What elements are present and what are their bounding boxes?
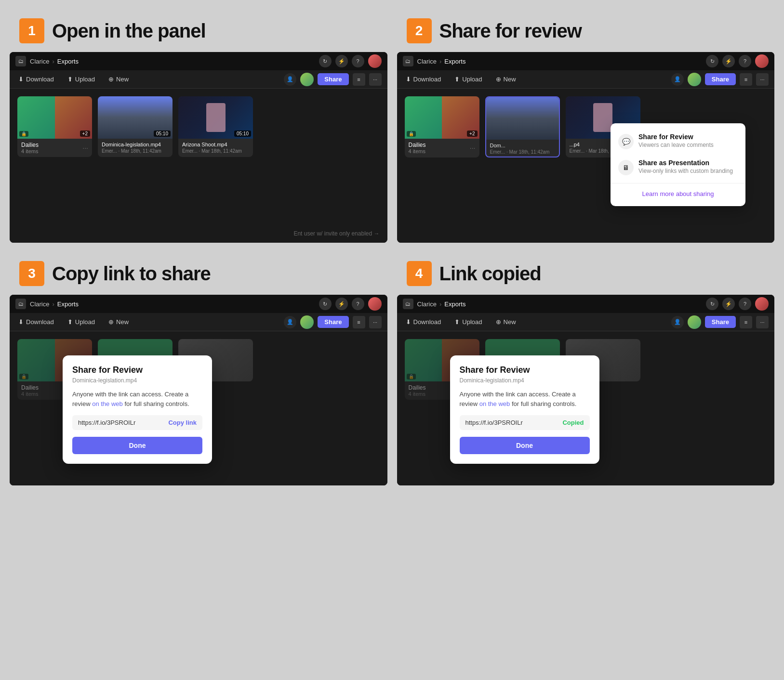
refresh-btn-4[interactable]: ↻ [706, 298, 718, 310]
download-btn-3[interactable]: ⬇ Download [15, 317, 57, 327]
new-btn-1[interactable]: ⊕ New [106, 74, 132, 84]
share-btn-1[interactable]: Share [318, 73, 348, 85]
video-card-2a[interactable]: Dom... Emer... · Mar 18th, 11:42am [485, 96, 560, 157]
download-btn-4[interactable]: ⬇ Download [403, 317, 444, 327]
breadcrumb-sep-1: › [52, 58, 54, 65]
upload-btn-1[interactable]: ⬆ Upload [65, 74, 98, 84]
list-view-btn-1[interactable]: ≡ [353, 73, 365, 86]
modal-desc-4: Anyone with the link can access. Create … [460, 390, 590, 408]
refresh-btn-3[interactable]: ↻ [319, 298, 332, 310]
breadcrumb-sep-2: › [439, 58, 441, 65]
new-icon-3: ⊕ [108, 318, 114, 326]
done-btn-3[interactable]: Done [72, 437, 202, 454]
refresh-btn-1[interactable]: ↻ [319, 55, 332, 67]
more-btn-2[interactable]: ··· [756, 73, 769, 86]
help-btn-3[interactable]: ? [352, 298, 364, 310]
copy-link-btn-3[interactable]: Copy link [168, 419, 197, 426]
user-avatar-2[interactable] [688, 73, 701, 86]
copied-btn-4[interactable]: Copied [562, 419, 584, 426]
user-avatar-3[interactable] [300, 315, 314, 329]
person-add-btn-1[interactable]: 👤 [284, 73, 296, 86]
list-view-btn-2[interactable]: ≡ [740, 73, 752, 86]
breadcrumb-1: Clarice › Exports [30, 58, 79, 65]
video-thumb-1a: 05:10 [98, 96, 173, 139]
bolt-btn-3[interactable]: ⚡ [335, 298, 348, 310]
video-duration-1b: 05:10 [234, 131, 251, 137]
upload-btn-2[interactable]: ⬆ Upload [452, 74, 485, 84]
avatar-1[interactable] [368, 54, 382, 68]
new-btn-4[interactable]: ⊕ New [493, 317, 519, 327]
bolt-btn-4[interactable]: ⚡ [722, 298, 735, 310]
user-avatar-1[interactable] [300, 73, 314, 86]
modal-url-row-3: https://f.io/3PSROILr Copy link [72, 415, 202, 430]
share-btn-2[interactable]: Share [705, 73, 736, 85]
folder-count-4: 4 items [409, 391, 426, 397]
video-card-1a[interactable]: 05:10 Dominica-legislation.mp4 Emer... ·… [98, 96, 173, 157]
app-icon-1[interactable]: 🗂 [15, 56, 26, 66]
modal-desc-3: Anyone with the link can access. Create … [72, 390, 202, 408]
toolbar-right-4: 👤 Share ≡ ··· [671, 315, 769, 329]
download-btn-1[interactable]: ⬇ Download [15, 74, 57, 84]
new-btn-2[interactable]: ⊕ New [493, 74, 519, 84]
video-road-bg-2 [486, 97, 560, 140]
avatar-3[interactable] [368, 297, 382, 311]
share-btn-4[interactable]: Share [705, 316, 736, 328]
video-info-1b: Arizona Shoot.mp4 Emer... · Mar 18th, 11… [178, 139, 253, 156]
topbar-left-3: 🗂 Clarice › Exports [15, 299, 79, 309]
step-3-title: Copy link to share [52, 263, 211, 285]
step-3-content: 🔒 Dailies 4 items 05:10 [10, 331, 387, 485]
modal-desc-link-3[interactable]: on the web [92, 400, 123, 407]
app-icon-2[interactable]: 🗂 [403, 56, 413, 66]
folder-count-overlay-1: +2 [80, 131, 90, 137]
step-1-title: Open in the panel [52, 20, 206, 42]
person-add-btn-4[interactable]: 👤 [671, 316, 684, 328]
video-name-1b: Arizona Shoot.mp4 [182, 142, 249, 147]
more-btn-1[interactable]: ··· [369, 73, 382, 86]
folder-name-4: Dailies [409, 384, 426, 391]
more-btn-3[interactable]: ··· [369, 316, 382, 328]
refresh-btn-2[interactable]: ↻ [706, 55, 718, 67]
help-btn-2[interactable]: ? [739, 55, 751, 67]
list-view-btn-4[interactable]: ≡ [740, 316, 752, 328]
upload-icon-4: ⬆ [454, 318, 460, 326]
breadcrumb-user-2: Clarice [417, 58, 437, 65]
help-btn-1[interactable]: ? [352, 55, 364, 67]
new-btn-3[interactable]: ⊕ New [106, 317, 132, 327]
step-2-panel: 🗂 Clarice › Exports ↻ ⚡ ? ⬇ Do [397, 52, 775, 243]
share-for-review-item[interactable]: 💬 Share for Review Viewers can leave com… [611, 128, 745, 154]
step-3-container: 3 Copy link to share 🗂 Clarice › Exports… [10, 252, 387, 485]
upload-btn-4[interactable]: ⬆ Upload [452, 317, 485, 327]
breadcrumb-user-3: Clarice [30, 301, 49, 308]
folder-more-1[interactable]: ··· [82, 144, 88, 152]
more-btn-4[interactable]: ··· [756, 316, 769, 328]
avatar-2[interactable] [755, 54, 769, 68]
modal-title-3: Share for Review [72, 365, 202, 375]
avatar-4[interactable] [755, 297, 769, 311]
step-1-number: 1 [19, 18, 44, 43]
bolt-btn-2[interactable]: ⚡ [722, 55, 735, 67]
person-add-btn-3[interactable]: 👤 [284, 316, 296, 328]
done-btn-4[interactable]: Done [460, 437, 590, 454]
folder-dailies-2[interactable]: 🔒 +2 Dailies 4 items ··· [405, 96, 479, 157]
share-btn-3[interactable]: Share [318, 316, 348, 328]
app-icon-3[interactable]: 🗂 [15, 299, 26, 309]
download-btn-2[interactable]: ⬇ Download [403, 74, 444, 84]
help-btn-4[interactable]: ? [739, 298, 751, 310]
person-add-btn-2[interactable]: 👤 [671, 73, 684, 86]
app-icon-4[interactable]: 🗂 [403, 299, 413, 309]
presentation-item-sub: View-only links with custom branding [638, 168, 733, 174]
bolt-btn-1[interactable]: ⚡ [335, 55, 348, 67]
step-4-panel: 🗂 Clarice › Exports ↻ ⚡ ? ⬇ Do [397, 295, 775, 485]
list-view-btn-3[interactable]: ≡ [353, 316, 365, 328]
video-card-1b[interactable]: 05:10 Arizona Shoot.mp4 Emer... · Mar 18… [178, 96, 253, 157]
step-2-number: 2 [407, 18, 432, 43]
modal-subtitle-3: Dominica-legislation.mp4 [72, 377, 202, 384]
user-avatar-4[interactable] [688, 315, 701, 329]
learn-more-link[interactable]: Learn more about sharing [611, 186, 745, 201]
upload-btn-3[interactable]: ⬆ Upload [65, 317, 98, 327]
folder-dailies-1[interactable]: 🔒 +2 Dailies 4 items ··· [17, 96, 92, 157]
step-2-content: 🔒 +2 Dailies 4 items ··· [397, 89, 775, 243]
folder-more-2[interactable]: ··· [470, 144, 476, 152]
modal-desc-link-4[interactable]: on the web [479, 400, 510, 407]
share-as-presentation-item[interactable]: 🖥 Share as Presentation View-only links … [611, 154, 745, 180]
